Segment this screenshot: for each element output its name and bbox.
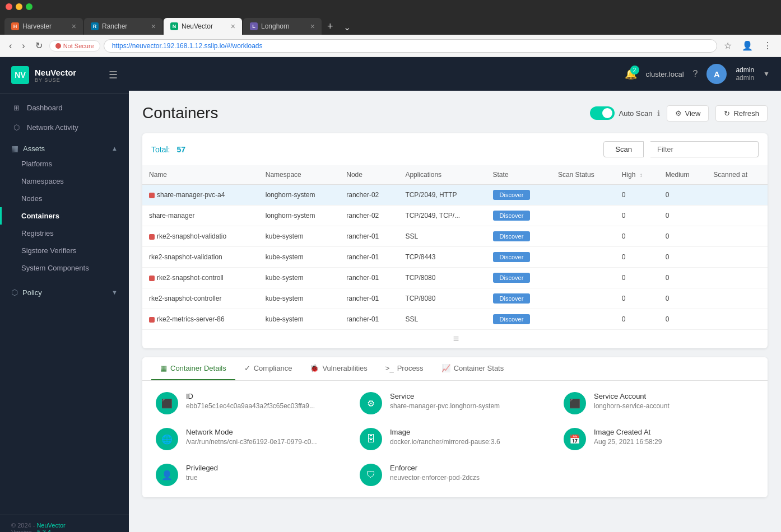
discover-badge[interactable]: Discover	[493, 211, 531, 221]
assets-section-header[interactable]: ▦ Assets ▲	[0, 137, 129, 155]
process-icon: >_	[385, 364, 394, 372]
back-button[interactable]: ‹	[6, 39, 15, 53]
tab-close-neuvector[interactable]: ×	[231, 22, 235, 31]
tab-longhorn[interactable]: L Longhorn ×	[243, 18, 322, 35]
discover-badge[interactable]: Discover	[493, 190, 531, 200]
tab-overflow-button[interactable]: ⌄	[339, 20, 355, 35]
url-bar[interactable]: https://neuvector.192.168.1.12.sslip.io/…	[104, 39, 717, 53]
info-icon[interactable]: ℹ	[657, 109, 660, 118]
discover-badge[interactable]: Discover	[493, 231, 531, 241]
forward-button[interactable]: ›	[18, 39, 28, 53]
dropdown-arrow-icon[interactable]: ▼	[763, 70, 770, 78]
tab-vulnerabilities[interactable]: 🐞 Vulnerabilities	[301, 357, 376, 380]
table-row[interactable]: rke2-metrics-server-86 kube-system ranch…	[142, 309, 768, 330]
sidebar-item-platforms[interactable]: Platforms	[0, 155, 129, 172]
col-high: High ↕	[615, 165, 659, 185]
sidebar-item-registries[interactable]: Registries	[0, 225, 129, 242]
detail-tabs: ▦ Container Details ✓ Compliance 🐞 Vulne…	[142, 357, 768, 381]
version-link[interactable]: 5.3.4	[37, 529, 50, 532]
id-icon: ⬛	[156, 392, 178, 414]
cluster-info: cluster.local	[646, 70, 684, 78]
sidebar-nav: ⊞ Dashboard ⬡ Network Activity ▦ Assets …	[0, 94, 129, 515]
col-medium: Medium	[659, 165, 706, 185]
browser-toolbar: ‹ › ↻ Not Secure https://neuvector.192.1…	[0, 35, 781, 57]
toggle-switch[interactable]	[590, 106, 615, 120]
refresh-button[interactable]: ↻ Refresh	[715, 105, 768, 122]
security-badge: Not Secure	[49, 40, 100, 52]
chart-icon: 📈	[441, 364, 450, 372]
image-label: Image	[390, 428, 500, 436]
table-row[interactable]: share-manager longhorn-system rancher-02…	[142, 206, 768, 226]
enforcer-icon: 🛡	[360, 464, 382, 486]
assets-chevron-icon: ▲	[111, 145, 118, 152]
service-icon: ⚙	[360, 392, 382, 414]
detail-row-3: 👤 Privileged true 🛡	[156, 464, 754, 486]
table-row[interactable]: rke2-snapshot-controll kube-system ranch…	[142, 268, 768, 288]
sidebar-item-nodes[interactable]: Nodes	[0, 190, 129, 207]
container-details-icon: ▦	[160, 364, 167, 372]
sidebar-item-network-activity[interactable]: ⬡ Network Activity	[0, 118, 129, 137]
table-row[interactable]: rke2-snapshot-validatio kube-system ranc…	[142, 226, 768, 247]
help-button[interactable]: ?	[693, 69, 698, 79]
reload-button[interactable]: ↻	[32, 38, 46, 53]
close-dot[interactable]	[6, 3, 12, 10]
bookmark-button[interactable]: ☆	[720, 38, 735, 53]
tab-compliance[interactable]: ✓ Compliance	[235, 357, 301, 380]
containers-card: Total: 57 Scan Name Namespace Node	[142, 133, 768, 348]
enforcer-value: neuvector-enforcer-pod-2dczs	[390, 474, 480, 482]
detail-item-id: ⬛ ID ebb71e5c1ec4c0a9aa43a2f3c65ec03ffa9…	[156, 392, 346, 414]
minimize-dot[interactable]	[16, 3, 22, 10]
privileged-label: Privileged	[186, 464, 218, 472]
table-row[interactable]: share-manager-pvc-a4 longhorn-system ran…	[142, 185, 768, 206]
sidebar-footer: © 2024 - NeuVector Version - 5.3.4	[0, 515, 129, 532]
col-name: Name	[142, 165, 259, 185]
sidebar-item-sigstore[interactable]: Sigstore Verifiers	[0, 242, 129, 259]
sidebar-item-namespaces[interactable]: Namespaces	[0, 172, 129, 190]
image-created-label: Image Created At	[594, 428, 662, 436]
more-options-button[interactable]: ⋮	[760, 38, 775, 53]
user-avatar[interactable]: A	[706, 64, 727, 84]
table-row[interactable]: rke2-snapshot-controller kube-system ran…	[142, 288, 768, 309]
service-account-icon: ⬛	[564, 392, 586, 414]
policy-icon: ⬡	[11, 288, 18, 297]
card-toolbar: Total: 57 Scan	[142, 133, 768, 165]
view-button[interactable]: ⚙ View	[667, 105, 709, 122]
notification-button[interactable]: 🔔 2	[625, 68, 637, 80]
tab-close-rancher[interactable]: ×	[151, 22, 156, 31]
hamburger-menu[interactable]: ☰	[109, 69, 118, 81]
brand-link[interactable]: NeuVector	[36, 522, 65, 529]
sidebar-item-dashboard[interactable]: ⊞ Dashboard	[0, 98, 129, 118]
discover-badge[interactable]: Discover	[493, 273, 531, 283]
tab-close-harvester[interactable]: ×	[72, 22, 76, 31]
tab-rancher[interactable]: R Rancher ×	[84, 18, 162, 35]
scan-button[interactable]: Scan	[603, 141, 644, 157]
image-created-icon: 📅	[564, 428, 586, 450]
discover-badge[interactable]: Discover	[493, 293, 531, 304]
profile-button[interactable]: 👤	[738, 38, 756, 53]
tab-container-details[interactable]: ▦ Container Details	[151, 357, 235, 380]
detail-item-image-created-at: 📅 Image Created At Aug 25, 2021 16:58:29	[564, 428, 754, 450]
service-account-label: Service Account	[594, 392, 670, 400]
drag-handle[interactable]: ≡	[142, 330, 768, 348]
sidebar-item-containers[interactable]: Containers	[0, 207, 129, 225]
table-row[interactable]: rke2-snapshot-validation kube-system ran…	[142, 247, 768, 268]
assets-icon: ▦	[11, 144, 18, 153]
detail-row-2: 🌐 Network Mode /var/run/netns/cni-c3fe61…	[156, 428, 754, 450]
tab-close-longhorn[interactable]: ×	[310, 22, 315, 31]
dashboard-icon: ⊞	[11, 104, 21, 112]
policy-section-header[interactable]: ⬡ Policy ▼	[0, 281, 129, 299]
filter-input[interactable]	[650, 141, 759, 157]
tab-harvester[interactable]: H Harvester ×	[4, 18, 83, 35]
sidebar-item-system-components[interactable]: System Components	[0, 259, 129, 277]
discover-badge[interactable]: Discover	[493, 252, 531, 262]
tab-container-stats[interactable]: 📈 Container Stats	[433, 357, 513, 380]
total-label: Total:	[151, 145, 170, 154]
tab-neuvector[interactable]: N NeuVector ×	[164, 18, 242, 35]
image-created-value: Aug 25, 2021 16:58:29	[594, 438, 662, 446]
sidebar-logo: NV NeuVector BY SUSE ☰	[0, 57, 129, 94]
tab-process[interactable]: >_ Process	[376, 357, 433, 380]
discover-badge[interactable]: Discover	[493, 314, 531, 324]
new-tab-button[interactable]: +	[323, 18, 338, 35]
network-mode-value: /var/run/netns/cni-c3fe6192-0e17-0979-c0…	[186, 438, 317, 446]
expand-dot[interactable]	[26, 3, 32, 10]
